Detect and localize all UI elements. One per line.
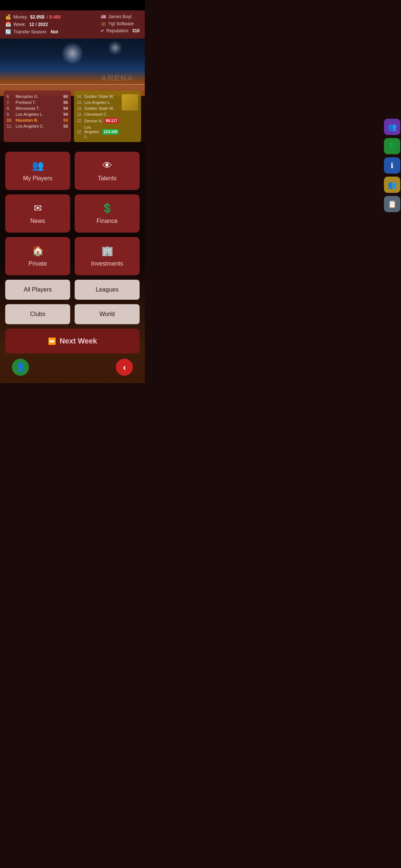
left-standings-table: 6. Memphis G. 60 7. Portland T. 55 8. Mi… <box>4 91 71 142</box>
rank-cell: 14. <box>77 95 84 99</box>
table-row: 7. Portland T. 55 <box>7 99 68 105</box>
points-cell: 54 <box>63 112 68 116</box>
world-button[interactable]: World <box>75 304 140 324</box>
table-row: 11. Los Angeles C. 53 <box>7 123 68 129</box>
points-cell: 53 <box>63 118 68 122</box>
news-button[interactable]: ✉ News <box>5 194 70 233</box>
reputation-label: Reputation: <box>107 28 129 33</box>
team-cell: Golden State W. <box>84 94 119 99</box>
back-icon: ‹ <box>123 362 126 373</box>
week-label: Week: <box>13 22 26 27</box>
team-cell: Memphis G. <box>16 94 63 99</box>
all-players-label: All Players <box>24 286 52 293</box>
table-row: 13. Golden State W. <box>77 105 119 111</box>
user-info: 🇺🇸 James Boyt <box>101 14 140 19</box>
rank-cell: 6. <box>7 94 16 99</box>
reputation-info: ✔ Reputation: 310 <box>101 28 140 33</box>
table-row: 8. Minnesota T. 54 <box>7 105 68 111</box>
week-value: 12 / 2022 <box>29 22 48 27</box>
menu-grid-1: 👥 My Players 👁 Talents <box>5 152 140 190</box>
menu-grid-2: ✉ News 💲 Finance <box>5 194 140 233</box>
table-row: 9. Los Angeles L. 54 <box>7 111 68 117</box>
team-cell: Los Angeles L. <box>84 100 119 105</box>
rank-cell: 13. <box>77 101 84 105</box>
all-players-button[interactable]: All Players <box>5 280 70 300</box>
finance-button[interactable]: 💲 Finance <box>75 194 140 233</box>
private-button[interactable]: 🏠 Private <box>5 237 70 275</box>
talents-button[interactable]: 👁 Talents <box>75 152 140 190</box>
header-left: 💰 Money: $2.95B / $-480 📅 Week: 12 / 202… <box>5 14 61 34</box>
my-players-label: My Players <box>23 175 52 182</box>
transfer-value: Not <box>51 29 58 34</box>
money-value: $2.95B <box>30 14 45 20</box>
finance-icon: 💲 <box>101 203 113 214</box>
status-bar <box>0 0 145 10</box>
team-cell: Houston R. <box>16 118 63 122</box>
back-button[interactable]: ‹ <box>116 359 133 376</box>
check-icon: ✔ <box>101 28 104 33</box>
thumbnail <box>122 94 138 111</box>
money-negative: / $-480 <box>47 14 61 20</box>
white-grid-1: All Players Leagues <box>5 280 140 300</box>
fast-forward-icon: ⏩ <box>48 337 56 345</box>
transfer-info: 🔄 Transfer Season: Not <box>5 29 61 34</box>
team-cell: Denver N. <box>84 119 104 123</box>
team-cell: Cleveland C. <box>84 112 119 116</box>
main-content: 👥 My Players 👁 Talents ✉ News 💲 Finance … <box>0 142 145 383</box>
investments-button[interactable]: 🏢 Investments <box>75 237 140 275</box>
score-badge-red: 98-117 <box>104 118 119 124</box>
menu-grid-3: 🏠 Private 🏢 Investments <box>5 237 140 275</box>
reputation-value: 310 <box>132 28 140 33</box>
court-background: ARENA <box>0 39 145 96</box>
transfer-label: Transfer Season: <box>13 29 48 34</box>
clubs-label: Clubs <box>30 311 45 317</box>
table-row: 13. Cleveland C. <box>77 111 119 117</box>
rank-cell: 13. <box>77 106 84 111</box>
rank-cell: 8. <box>7 106 16 111</box>
profile-button[interactable]: 👤 <box>12 359 29 376</box>
investments-icon: 🏢 <box>101 245 113 257</box>
news-icon: ✉ <box>34 203 42 214</box>
rank-cell: 12. <box>77 130 84 134</box>
private-label: Private <box>29 260 47 267</box>
team-cell: Los Angeles C. <box>16 124 63 128</box>
table-row: 6. Memphis G. 60 <box>7 93 68 99</box>
rank-cell: 10. <box>7 118 16 122</box>
points-cell: 60 <box>63 94 68 99</box>
company-name: Ygt Software <box>108 21 134 26</box>
rank-cell: 13. <box>77 112 84 116</box>
user-name: James Boyt <box>108 14 132 19</box>
investments-label: Investments <box>91 260 123 267</box>
header: 💰 Money: $2.95B / $-480 📅 Week: 12 / 202… <box>0 10 145 39</box>
right-results-table: 14. Golden State W. 13. Los Angeles L. 1… <box>74 91 141 142</box>
week-info: 📅 Week: 12 / 2022 <box>5 22 61 27</box>
team-cell: Los Angeles L. <box>84 125 101 138</box>
transfer-icon: 🔄 <box>5 29 11 34</box>
leagues-button[interactable]: Leagues <box>75 280 140 300</box>
rank-cell: 9. <box>7 112 16 116</box>
finance-label: Finance <box>97 218 118 224</box>
rank-cell: 7. <box>7 100 16 105</box>
briefcase-icon: 💼 <box>101 21 106 26</box>
points-cell: 55 <box>63 100 68 105</box>
my-players-button[interactable]: 👥 My Players <box>5 152 70 190</box>
next-week-button[interactable]: ⏩ Next Week <box>5 329 140 354</box>
team-cell: Portland T. <box>16 100 63 105</box>
calendar-icon: 📅 <box>5 22 11 27</box>
table-row-highlight: 10. Houston R. 53 <box>7 117 68 123</box>
company-info: 💼 Ygt Software <box>101 21 140 26</box>
team-cell: Golden State W. <box>84 106 119 111</box>
money-label: Money: <box>13 14 28 20</box>
flag-icon: 🇺🇸 <box>101 14 106 19</box>
table-row: 12. Denver N. 98-117 <box>77 117 119 124</box>
score-tables: 6. Memphis G. 60 7. Portland T. 55 8. Mi… <box>4 91 141 142</box>
talents-label: Talents <box>98 175 117 182</box>
news-label: News <box>30 218 45 224</box>
talents-icon: 👁 <box>102 160 112 171</box>
clubs-button[interactable]: Clubs <box>5 304 70 324</box>
team-cell: Los Angeles L. <box>16 112 63 116</box>
money-icon: 💰 <box>5 14 11 20</box>
score-badge-green: 124-108 <box>102 129 119 135</box>
table-row: 14. Golden State W. <box>77 93 119 99</box>
profile-icon: 👤 <box>16 362 26 372</box>
